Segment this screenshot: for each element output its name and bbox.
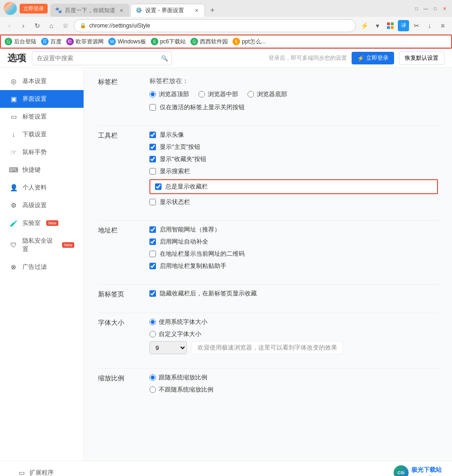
- tab-baidu[interactable]: 🐾 百度一下，你就知道 ✕: [50, 4, 129, 17]
- fontsize-custom-radio[interactable]: [149, 331, 156, 337]
- zoom-follow-system-radio[interactable]: [149, 374, 156, 381]
- bookmark-oufei[interactable]: 欧 欧菲资源网: [66, 38, 104, 46]
- bookmark-windows[interactable]: W Windows板: [108, 38, 146, 46]
- new-tab-btn[interactable]: +: [206, 4, 219, 17]
- bookmark-pc6[interactable]: 6 pc6下载站: [151, 38, 186, 46]
- toolbar-show-home-checkbox[interactable]: [149, 144, 156, 150]
- sidebar-item-lab-label: 实验室: [22, 219, 41, 227]
- toolbar-show-status-checkbox[interactable]: [149, 199, 156, 205]
- sidebar-item-adblock-label: 广告过滤: [22, 263, 47, 271]
- back-btn[interactable]: ‹: [4, 20, 15, 31]
- bookmark-xixi[interactable]: G 西西软件园: [191, 38, 228, 46]
- address-bar[interactable]: 🔒: [74, 19, 356, 32]
- basic-settings-icon: ◎: [9, 77, 18, 85]
- newtab-section: 新标签页 隐藏收藏栏后，在新标签页显示收藏: [98, 289, 438, 299]
- download-btn[interactable]: ↓: [424, 20, 435, 31]
- zoom-section-label: 缩放比例: [98, 373, 135, 394]
- fontsize-custom[interactable]: 自定义字体大小: [149, 330, 438, 338]
- sidebar-item-lab[interactable]: 🧪 实验室 New: [0, 214, 84, 232]
- addressbar-autocomplete[interactable]: 启用网址自动补全: [149, 238, 438, 246]
- toolbar-always-show-bookmarks[interactable]: 总是显示收藏栏: [155, 182, 208, 191]
- close-window-btn[interactable]: ✕: [441, 5, 448, 12]
- address-input[interactable]: [89, 22, 350, 29]
- ms-squares-btn[interactable]: [385, 20, 396, 31]
- browser-logo: [4, 2, 17, 15]
- toolbar-show-status[interactable]: 显示状态栏: [149, 198, 438, 206]
- toolbar-show-search-checkbox[interactable]: [149, 168, 156, 175]
- font-size-select[interactable]: 9: [149, 341, 187, 354]
- fontsize-system-radio[interactable]: [149, 319, 156, 325]
- sidebar-item-privacy[interactable]: 🛡 隐私安全设置 New: [0, 232, 84, 258]
- profile-settings-icon: 👤: [9, 183, 18, 192]
- lightning-btn[interactable]: ⚡: [359, 20, 370, 31]
- minimize-window-btn[interactable]: —: [422, 5, 430, 12]
- forward-btn[interactable]: ›: [18, 20, 29, 31]
- addressbar-smart-url[interactable]: 启用智能网址（推荐）: [149, 225, 438, 234]
- sidebar-item-download[interactable]: ↓ 下载设置: [0, 126, 84, 143]
- nav-dropdown-btn[interactable]: ▾: [372, 20, 383, 31]
- refresh-btn[interactable]: ↻: [32, 20, 43, 31]
- newtab-show-bookmarks-checkbox[interactable]: [149, 290, 156, 297]
- tab-settings-close-btn[interactable]: ✕: [193, 7, 200, 14]
- sidebar-item-adblock[interactable]: ⊗ 广告过滤: [0, 258, 84, 276]
- search-input[interactable]: [32, 51, 172, 65]
- star-btn[interactable]: ☆: [60, 20, 71, 31]
- titlebar-login-btn[interactable]: 立即登录: [20, 4, 48, 14]
- sidebar-item-advanced[interactable]: ⚙ 高级设置: [0, 196, 84, 214]
- maximize-window-btn[interactable]: □: [431, 5, 439, 12]
- tabbar-bottom-radio[interactable]: [247, 91, 254, 98]
- zoom-no-follow-radio[interactable]: [149, 386, 156, 393]
- tabbar-top-radio[interactable]: [149, 91, 156, 98]
- tab-close-btn[interactable]: ✕: [118, 7, 125, 14]
- addressbar-paste-helper-checkbox[interactable]: [149, 263, 156, 269]
- translate-btn[interactable]: 译: [398, 20, 409, 31]
- bookmark-windows-label: Windows板: [118, 38, 146, 46]
- addressbar-autocomplete-checkbox[interactable]: [149, 238, 156, 245]
- more-btn[interactable]: ≡: [437, 20, 448, 31]
- zoom-no-follow[interactable]: 不跟随系统缩放比例: [149, 385, 438, 394]
- tabbar-middle-radio[interactable]: [198, 91, 205, 98]
- extensions-item[interactable]: ▭ 扩展程序: [9, 465, 63, 476]
- tabbar-only-active-close-checkbox[interactable]: [149, 104, 156, 111]
- login-prompt: 登录后，即可多端同步您的设置: [268, 54, 347, 62]
- toolbar-show-home[interactable]: 显示"主页"按钮: [149, 143, 438, 151]
- addressbar-smart-url-checkbox[interactable]: [149, 226, 156, 233]
- sidebar-item-ui[interactable]: ▣ 界面设置: [0, 90, 84, 108]
- scissors-btn[interactable]: ✂: [411, 20, 422, 31]
- newtab-show-bookmarks[interactable]: 隐藏收藏栏后，在新标签页显示收藏: [149, 289, 438, 298]
- tabbar-top-option[interactable]: 浏览器顶部: [149, 90, 189, 98]
- sidebar-item-shortcuts[interactable]: ⌨ 快捷键: [0, 161, 84, 179]
- sidebar-item-ui-label: 界面设置: [22, 95, 47, 103]
- sidebar-item-tabs[interactable]: ▭ 标签设置: [0, 108, 84, 126]
- tab-settings[interactable]: ⚙️ 设置 - 界面设置 ✕: [130, 4, 205, 17]
- home-btn[interactable]: ⌂: [46, 20, 57, 31]
- toolbar-show-favorites-btn-checkbox[interactable]: [149, 156, 156, 162]
- tabbar-bottom-option[interactable]: 浏览器底部: [247, 90, 287, 98]
- sidebar-item-mouse[interactable]: ☞ 鼠标手势: [0, 143, 84, 161]
- sidebar-item-basic[interactable]: ◎ 基本设置: [0, 72, 84, 90]
- tabbar-only-active-close[interactable]: 仅在激活的标签上显示关闭按钮: [149, 103, 438, 112]
- bookmark-baidu[interactable]: 百 百度: [41, 38, 62, 46]
- adblock-settings-icon: ⊗: [9, 263, 18, 271]
- toolbar-show-favorites-btn[interactable]: 显示"收藏夹"按钮: [149, 155, 438, 163]
- bookmark-ppt[interactable]: 6 ppt怎么...: [233, 38, 266, 46]
- bookmark-hutai[interactable]: G 后台登陆: [5, 38, 36, 46]
- restore-defaults-btn[interactable]: 恢复默认设置: [399, 51, 445, 65]
- bookmark-windows-icon: W: [108, 38, 116, 45]
- toolbar-always-show-bookmarks-checkbox[interactable]: [155, 183, 162, 190]
- toolbar-show-avatar[interactable]: 显示头像: [149, 131, 438, 139]
- fontsize-system-label: 使用系统字体大小: [159, 318, 207, 326]
- zoom-follow-system[interactable]: 跟随系统缩放比例: [149, 373, 438, 382]
- toolbar-show-search[interactable]: 显示搜索栏: [149, 167, 438, 175]
- privacy-new-badge: New: [62, 242, 74, 248]
- tabbar-middle-option[interactable]: 浏览器中部: [198, 90, 238, 98]
- sidebar-item-profile[interactable]: 👤 个人资料: [0, 179, 84, 196]
- addressbar-paste-helper[interactable]: 启用地址栏复制粘贴助手: [149, 262, 438, 270]
- restore-window-btn[interactable]: □: [413, 5, 420, 12]
- fontsize-system[interactable]: 使用系统字体大小: [149, 318, 438, 326]
- login-btn-label: 立即登录: [366, 54, 388, 62]
- toolbar-show-avatar-checkbox[interactable]: [149, 132, 156, 138]
- addressbar-qrcode[interactable]: 在地址栏显示当前网址的二维码: [149, 250, 438, 258]
- header-login-btn[interactable]: ⚡ 立即登录: [352, 52, 394, 64]
- addressbar-qrcode-checkbox[interactable]: [149, 251, 156, 257]
